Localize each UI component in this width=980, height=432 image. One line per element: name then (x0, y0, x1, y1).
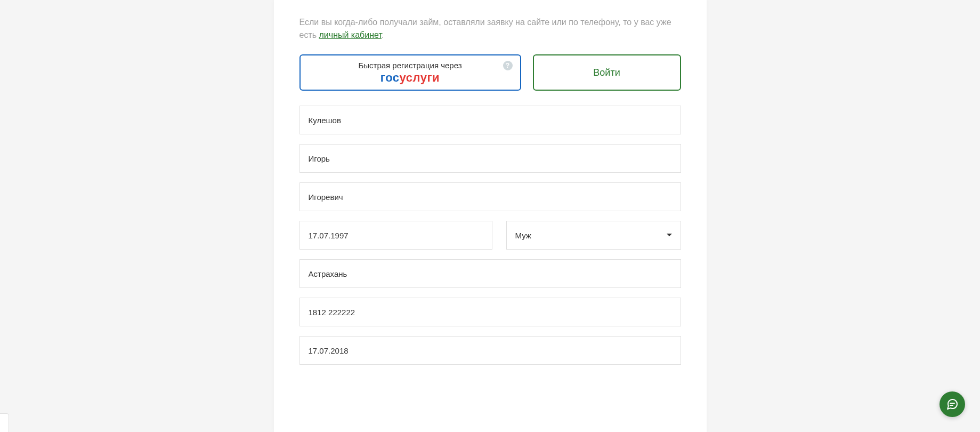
help-icon[interactable]: ? (503, 61, 513, 70)
gosuslugi-top-text: Быстрая регистрация через (358, 61, 461, 70)
gosuslugi-logo-part2: услуги (400, 71, 440, 85)
gosuslugi-register-button[interactable]: ? Быстрая регистрация через госуслуги (299, 54, 521, 91)
registration-card: Если вы когда-либо получали займ, оставл… (274, 0, 707, 432)
patronymic-input[interactable] (299, 182, 681, 211)
auth-button-row: ? Быстрая регистрация через госуслуги Во… (299, 54, 681, 91)
passport-input[interactable] (299, 298, 681, 326)
personal-account-link[interactable]: личный кабинет (319, 30, 382, 39)
gender-select-wrapper (506, 221, 681, 250)
chat-button[interactable] (939, 391, 965, 417)
intro-after: . (382, 30, 384, 39)
city-input[interactable] (299, 259, 681, 288)
first-name-input[interactable] (299, 144, 681, 173)
issue-date-input[interactable] (299, 336, 681, 365)
gender-select[interactable] (506, 221, 681, 250)
login-button-label: Войти (593, 67, 620, 78)
last-name-input[interactable] (299, 106, 681, 134)
scroll-hint (0, 413, 9, 432)
birth-date-input[interactable] (299, 221, 492, 250)
birth-gender-row (299, 221, 681, 250)
login-button[interactable]: Войти (533, 54, 681, 91)
intro-text: Если вы когда-либо получали займ, оставл… (299, 16, 681, 42)
gosuslugi-logo: госуслуги (380, 71, 440, 85)
chat-icon (946, 398, 959, 411)
gosuslugi-logo-part1: гос (380, 71, 400, 85)
